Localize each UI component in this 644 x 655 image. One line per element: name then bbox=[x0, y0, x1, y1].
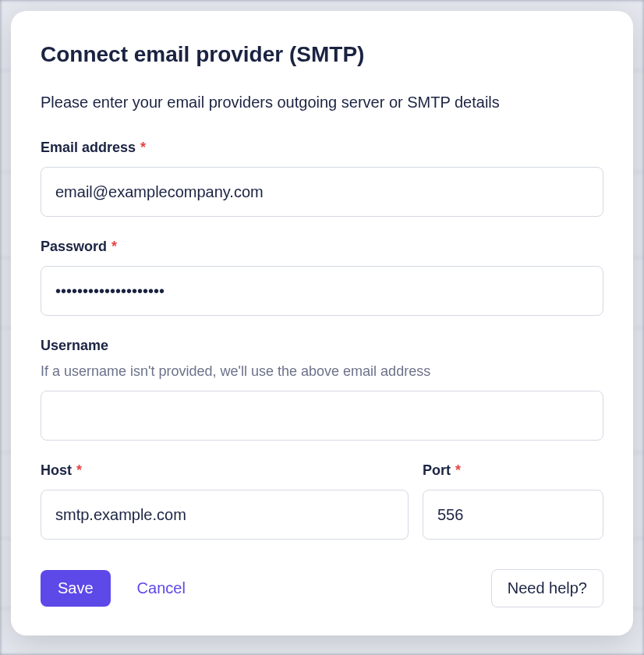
host-group: Host* bbox=[41, 462, 409, 540]
email-label: Email address* bbox=[41, 140, 146, 156]
host-port-row: Host* Port* bbox=[41, 462, 603, 540]
required-indicator: * bbox=[111, 239, 117, 254]
required-indicator: * bbox=[455, 462, 461, 478]
need-help-button[interactable]: Need help? bbox=[491, 569, 603, 607]
username-group: Username If a username isn't provided, w… bbox=[41, 338, 603, 441]
email-field[interactable] bbox=[41, 167, 603, 217]
host-label: Host* bbox=[41, 462, 82, 479]
modal-subtitle: Please enter your email providers outgoi… bbox=[41, 94, 603, 112]
button-row: Save Cancel Need help? bbox=[41, 569, 603, 607]
required-indicator: * bbox=[76, 462, 82, 478]
required-indicator: * bbox=[140, 140, 146, 155]
username-label: Username bbox=[41, 338, 108, 354]
password-field[interactable] bbox=[41, 266, 603, 316]
port-group: Port* bbox=[423, 462, 603, 540]
save-button[interactable]: Save bbox=[41, 570, 111, 607]
port-field[interactable] bbox=[423, 490, 603, 540]
port-label: Port* bbox=[423, 462, 461, 479]
username-field[interactable] bbox=[41, 391, 603, 441]
email-group: Email address* bbox=[41, 140, 603, 217]
username-help-text: If a username isn't provided, we'll use … bbox=[41, 363, 603, 380]
password-label: Password* bbox=[41, 239, 117, 255]
host-field[interactable] bbox=[41, 490, 409, 540]
cancel-button[interactable]: Cancel bbox=[137, 579, 186, 597]
modal-title: Connect email provider (SMTP) bbox=[41, 42, 603, 67]
smtp-connect-modal: Connect email provider (SMTP) Please ent… bbox=[11, 11, 633, 636]
password-group: Password* bbox=[41, 239, 603, 316]
